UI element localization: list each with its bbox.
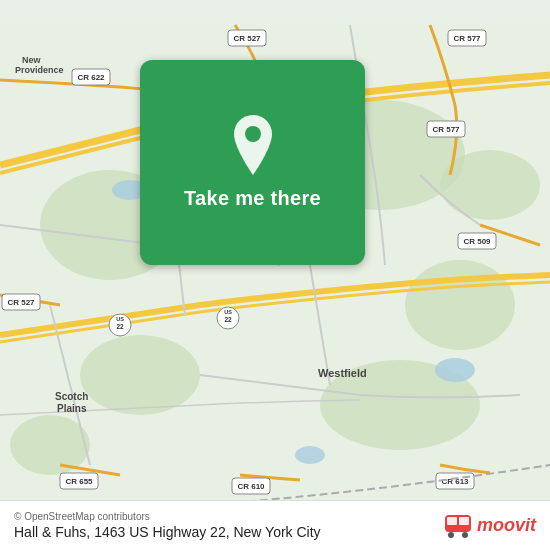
svg-point-6 <box>10 415 90 475</box>
map-attribution: © OpenStreetMap contributors <box>14 511 321 522</box>
svg-text:CR 577: CR 577 <box>432 125 460 134</box>
svg-point-9 <box>435 358 475 382</box>
map-container: 78 US 22 US 22 CR 622 CR 527 CR 577 CR 5… <box>0 0 550 550</box>
svg-text:Providence: Providence <box>15 65 64 75</box>
svg-text:CR 577: CR 577 <box>453 34 481 43</box>
take-me-there-button[interactable]: Take me there <box>140 60 365 265</box>
svg-text:Plains: Plains <box>57 403 87 414</box>
info-bar: © OpenStreetMap contributors Hall & Fuhs… <box>0 500 550 550</box>
svg-point-46 <box>448 532 454 538</box>
svg-point-3 <box>405 260 515 350</box>
svg-text:22: 22 <box>224 316 232 323</box>
svg-text:CR 527: CR 527 <box>233 34 261 43</box>
svg-text:Westfield: Westfield <box>318 367 367 379</box>
moovit-text: moovit <box>477 515 536 536</box>
place-name: Hall & Fuhs, 1463 US Highway 22, New Yor… <box>14 524 321 540</box>
svg-text:US: US <box>116 316 124 322</box>
svg-text:CR 509: CR 509 <box>463 237 491 246</box>
svg-text:New: New <box>22 55 42 65</box>
svg-point-4 <box>80 335 200 415</box>
svg-rect-44 <box>447 517 457 525</box>
svg-rect-45 <box>459 517 469 525</box>
svg-text:Scotch: Scotch <box>55 391 88 402</box>
svg-text:CR 655: CR 655 <box>65 477 93 486</box>
svg-text:22: 22 <box>116 323 124 330</box>
svg-text:CR 622: CR 622 <box>77 73 105 82</box>
svg-text:US: US <box>224 309 232 315</box>
svg-text:CR 610: CR 610 <box>237 482 265 491</box>
moovit-logo: moovit <box>443 513 536 539</box>
svg-point-10 <box>295 446 325 464</box>
map-pin-icon <box>229 115 277 175</box>
address-info: © OpenStreetMap contributors Hall & Fuhs… <box>14 511 321 540</box>
svg-point-42 <box>245 126 261 142</box>
moovit-bus-icon <box>443 513 473 539</box>
svg-point-47 <box>462 532 468 538</box>
svg-text:CR 527: CR 527 <box>7 298 35 307</box>
svg-point-7 <box>440 150 540 220</box>
action-button-label: Take me there <box>184 187 321 210</box>
